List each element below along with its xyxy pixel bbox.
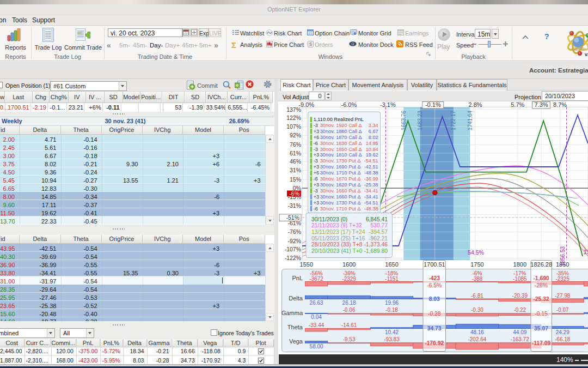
svg-text:1700.51: 1700.51 [424, 261, 445, 268]
svg-text:+3: +3 [314, 200, 319, 206]
svg-text:58.00: 58.00 [310, 343, 323, 349]
svg-text:-54.51: -54.51 [364, 158, 378, 164]
svg-text:-36.99: -36.99 [364, 176, 378, 182]
svg-text:-388: -388 [471, 276, 482, 282]
svg-text:530.77: 530.77 [371, 222, 388, 228]
svg-text:44.09: 44.09 [513, 329, 526, 335]
svg-text:-163.72: -163.72 [511, 336, 529, 342]
svg-text:20/10/2023 (41) T+0: 20/10/2023 (41) T+0 [311, 248, 363, 254]
svg-text:26.63: 26.63 [310, 300, 323, 306]
svg-text:48.16: 48.16 [470, 329, 484, 335]
svg-text:61%: 61% [290, 150, 301, 156]
svg-text:-42.51: -42.51 [364, 164, 378, 170]
svg-text:-51%: -51% [286, 214, 299, 221]
svg-text:+3: +3 [314, 152, 319, 158]
svg-text:-26%: -26% [535, 282, 548, 288]
svg-text:-0.1%: -0.1% [425, 101, 441, 108]
svg-text:-6.81: -6.81 [471, 293, 483, 299]
svg-text:-3672: -3672 [309, 276, 323, 282]
svg-text:26.18: 26.18 [342, 300, 356, 306]
svg-text:-14.61: -14.61 [341, 322, 357, 328]
svg-text:1550: 1550 [300, 261, 313, 268]
svg-text:-394.57: -394.57 [369, 229, 388, 235]
svg-text:1722.17: 1722.17 [450, 111, 456, 131]
svg-text:1741.64: 1741.64 [467, 111, 473, 131]
svg-text:-27.98: -27.98 [555, 293, 571, 299]
svg-text:8.02: 8.02 [369, 135, 378, 140]
svg-text:+3: +3 [314, 129, 319, 134]
svg-text:-6: -6 [314, 176, 318, 182]
svg-text:-6.5%: -6.5% [427, 282, 442, 288]
svg-text:34.73: 34.73 [427, 325, 442, 331]
svg-text:+6: +6 [314, 170, 319, 176]
svg-text:13/11/2023 (17) T+24: 13/11/2023 (17) T+24 [311, 229, 365, 235]
svg-text:PnL: PnL [292, 275, 303, 281]
svg-text:10.94: 10.94 [366, 147, 378, 152]
svg-text:30nov. 1690 Put Δ: 30nov. 1690 Put Δ [320, 164, 361, 170]
svg-text:30nov. 1660 Put Δ: 30nov. 1660 Put Δ [320, 194, 361, 200]
svg-text:1750: 1750 [470, 261, 483, 268]
svg-text:Theta: Theta [287, 324, 303, 330]
svg-text:1,110.00 Realized PnL: 1,110.00 Realized PnL [314, 117, 364, 122]
svg-text:+3: +3 [314, 194, 319, 200]
svg-text:-33.44: -33.44 [309, 322, 324, 328]
svg-text:Gamma: Gamma [281, 310, 303, 316]
svg-text:-20.39: -20.39 [512, 293, 528, 299]
svg-text:-9.53: -9.53 [343, 336, 356, 342]
svg-text:13: 13 [584, 249, 588, 255]
svg-text:+6: +6 [314, 135, 319, 140]
svg-text:30nov. 1830 Call Δ: 30nov. 1830 Call Δ [320, 141, 362, 146]
svg-text:-66.18: -66.18 [555, 336, 571, 342]
svg-text:-0.07: -0.07 [556, 307, 569, 313]
svg-text:1683.23: 1683.23 [417, 111, 423, 131]
svg-text:Vega: Vega [289, 338, 303, 345]
svg-text:-25.32: -25.32 [533, 296, 549, 302]
svg-text:30nov. 1850 Call Δ: 30nov. 1850 Call Δ [320, 147, 362, 152]
svg-text:-6%: -6% [289, 190, 299, 197]
svg-text:-3: -3 [314, 147, 318, 152]
svg-text:-34.41: -34.41 [364, 188, 378, 194]
svg-text:14.85: 14.85 [366, 141, 378, 146]
svg-text:-0.30: -0.30 [471, 307, 483, 313]
svg-text:v2.: v2. [585, 52, 588, 57]
svg-text:0.04: 0.04 [311, 314, 322, 320]
svg-text:28/10/2023 (33) T+8: 28/10/2023 (33) T+8 [311, 242, 363, 248]
svg-text:30nov. 1620 Put Δ: 30nov. 1620 Put Δ [320, 182, 361, 188]
svg-text:107%: 107% [286, 123, 301, 130]
svg-text:-3: -3 [314, 188, 318, 194]
svg-text:30nov. 1710 Put Δ: 30nov. 1710 Put Δ [320, 206, 361, 212]
svg-text:-1,689.80: -1,689.80 [364, 248, 388, 254]
svg-text:5.7%: 5.7% [511, 101, 524, 108]
svg-text:76%: 76% [290, 141, 301, 148]
svg-text:6.67: 6.67 [369, 129, 378, 134]
svg-text:30nov. 1870 Call Δ: 30nov. 1870 Call Δ [320, 135, 362, 140]
svg-text:-76%: -76% [287, 228, 301, 235]
svg-text:30nov. 1730 Put Δ: 30nov. 1730 Put Δ [320, 200, 361, 206]
svg-text:19.96: 19.96 [385, 300, 399, 306]
svg-text:-0.06: -0.06 [343, 307, 356, 313]
svg-text:-6: -6 [314, 141, 318, 146]
svg-text:-0.22: -0.22 [513, 307, 526, 313]
svg-text:46%: 46% [290, 158, 301, 165]
svg-text:1600: 1600 [342, 261, 356, 268]
svg-text:30/11/2023 (0): 30/11/2023 (0) [311, 216, 347, 222]
svg-text:-0.18: -0.18 [385, 307, 398, 313]
svg-text:-1085: -1085 [513, 276, 527, 282]
svg-text:-202.64: -202.64 [468, 336, 486, 342]
svg-text:30nov. 1920 Call Δ: 30nov. 1920 Call Δ [320, 123, 362, 128]
svg-text:30nov. 1730 Put Δ: 30nov. 1730 Put Δ [320, 158, 361, 164]
svg-text:19.62: 19.62 [366, 152, 378, 158]
svg-text:-0.28: -0.28 [428, 311, 441, 317]
svg-text:-48.38: -48.38 [364, 206, 378, 212]
svg-text:-0.15: -0.15 [535, 311, 548, 317]
svg-text:-1,373.46: -1,373.46 [364, 242, 388, 248]
svg-text:-117.09: -117.09 [532, 340, 551, 346]
svg-text:1826.28: 1826.28 [530, 261, 552, 268]
svg-text:1800: 1800 [513, 261, 526, 268]
svg-text:24.29: 24.29 [556, 329, 569, 335]
svg-text:122%: 122% [286, 114, 301, 121]
svg-text:$: $ [309, 41, 312, 47]
svg-text:-3: -3 [314, 123, 318, 128]
svg-text:3.34: 3.34 [369, 123, 378, 128]
svg-text:-25.38: -25.38 [364, 182, 378, 188]
